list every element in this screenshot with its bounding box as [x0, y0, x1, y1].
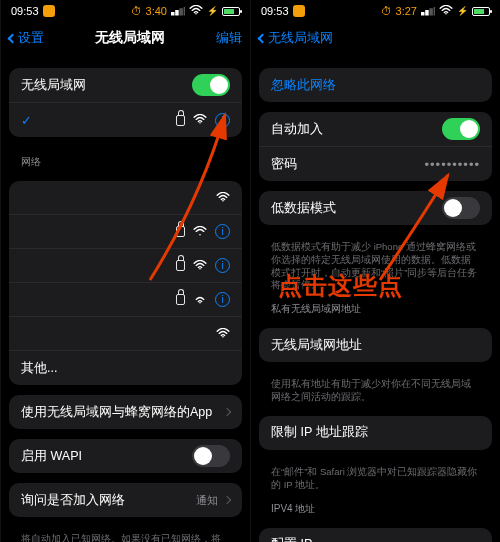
wifi-strength-icon: [193, 293, 207, 307]
password-label: 密码: [271, 156, 424, 173]
ask-value: 通知: [196, 493, 218, 508]
ask-label: 询问是否加入网络: [21, 492, 196, 509]
wifi-strength-icon: [193, 113, 207, 127]
network-row[interactable]: [9, 181, 242, 215]
auto-join-label: 自动加入: [271, 121, 442, 138]
lock-icon: [176, 294, 185, 305]
battery-icon: [472, 7, 490, 16]
wapi-row[interactable]: 启用 WAPI: [9, 439, 242, 473]
back-label: 无线局域网: [268, 29, 333, 47]
svg-point-7: [445, 13, 447, 15]
svg-point-1: [199, 122, 201, 124]
alarm-icon: [293, 5, 305, 17]
lock-icon: [176, 115, 185, 126]
page-title: 无线局域网: [44, 29, 216, 47]
status-timer: 3:40: [146, 5, 167, 17]
wifi-master-toggle[interactable]: [192, 74, 230, 96]
forget-label: 忽略此网络: [271, 77, 480, 94]
svg-point-2: [222, 199, 224, 201]
svg-point-3: [199, 233, 201, 235]
auto-join-toggle[interactable]: [442, 118, 480, 140]
wifi-strength-icon: [193, 225, 207, 239]
svg-point-6: [222, 335, 224, 337]
cell-signal-icon: [171, 7, 185, 16]
low-data-toggle[interactable]: [442, 197, 480, 219]
info-icon[interactable]: i: [215, 258, 230, 273]
info-icon[interactable]: i: [215, 224, 230, 239]
info-icon[interactable]: i: [215, 113, 230, 128]
timer-icon: ⏱: [381, 5, 392, 17]
limit-footer: 在“邮件”和 Safari 浏览器中对已知跟踪器隐藏你的 IP 地址。: [259, 460, 492, 494]
apps-label: 使用无线局域网与蜂窝网络的App: [21, 404, 224, 421]
other-label: 其他...: [21, 360, 230, 377]
chevron-right-icon: [223, 408, 231, 416]
private-addr-header: 私有无线局域网地址: [259, 294, 492, 318]
network-row[interactable]: i: [9, 215, 242, 249]
navbar: 无线局域网: [251, 22, 500, 54]
left-screen: 09:53 ⏱ 3:40 ⚡ 设置 无线局域网 编辑 无线局域网 ✓: [0, 0, 250, 542]
wifi-icon: [439, 5, 453, 17]
status-bar: 09:53 ⏱ 3:40 ⚡: [1, 0, 250, 22]
auto-join-row[interactable]: 自动加入: [259, 112, 492, 147]
edit-button[interactable]: 编辑: [216, 29, 242, 47]
status-time: 09:53: [11, 5, 39, 17]
wifi-master-label: 无线局域网: [21, 77, 192, 94]
lock-icon: [176, 226, 185, 237]
status-bar: 09:53 ⏱ 3:27 ⚡: [251, 0, 500, 22]
chevron-left-icon: [8, 33, 18, 43]
charge-icon: ⚡: [207, 6, 218, 16]
svg-point-0: [195, 13, 197, 15]
status-timer: 3:27: [396, 5, 417, 17]
chevron-right-icon: [223, 496, 231, 504]
networks-list: i i i: [9, 181, 242, 385]
config-ip-label: 配置 IP: [271, 536, 480, 543]
checkmark-icon: ✓: [21, 113, 32, 128]
wifi-master-row[interactable]: 无线局域网: [9, 68, 242, 103]
info-icon[interactable]: i: [215, 292, 230, 307]
back-button[interactable]: 无线局域网: [259, 29, 333, 47]
private-addr-footer: 使用私有地址有助于减少对你在不同无线局域网络之间活动的跟踪。: [259, 372, 492, 406]
alarm-icon: [43, 5, 55, 17]
status-time: 09:53: [261, 5, 289, 17]
svg-point-5: [199, 301, 201, 303]
low-data-label: 低数据模式: [271, 200, 442, 217]
back-label: 设置: [18, 29, 44, 47]
wlan-address-row[interactable]: 无线局域网地址: [259, 328, 492, 362]
low-data-row[interactable]: 低数据模式: [259, 191, 492, 225]
network-row[interactable]: i: [9, 249, 242, 283]
connected-network-row[interactable]: ✓ i: [9, 103, 242, 137]
lock-icon: [176, 260, 185, 271]
navbar: 设置 无线局域网 编辑: [1, 22, 250, 54]
timer-icon: ⏱: [131, 5, 142, 17]
right-screen: 09:53 ⏱ 3:27 ⚡ 无线局域网 忽略此网络 自动加入: [250, 0, 500, 542]
password-row[interactable]: 密码 ••••••••••: [259, 147, 492, 181]
svg-point-4: [199, 267, 201, 269]
ipv4-header: IPV4 地址: [259, 494, 492, 518]
charge-icon: ⚡: [457, 6, 468, 16]
network-row[interactable]: i: [9, 283, 242, 317]
wapi-label: 启用 WAPI: [21, 448, 192, 465]
wifi-icon: [189, 5, 203, 17]
wifi-strength-icon: [216, 327, 230, 341]
password-dots: ••••••••••: [424, 157, 480, 172]
back-button[interactable]: 设置: [9, 29, 44, 47]
ask-join-row[interactable]: 询问是否加入网络 通知: [9, 483, 242, 517]
battery-icon: [222, 7, 240, 16]
ask-footer-text: 将自动加入已知网络。如果没有已知网络，将通知您有可用网络。: [9, 527, 242, 542]
network-row[interactable]: [9, 317, 242, 351]
other-network-row[interactable]: 其他...: [9, 351, 242, 385]
low-data-footer: 低数据模式有助于减少 iPhone 通过蜂窝网络或你选择的特定无线局域网使用的数…: [259, 235, 492, 294]
forget-network-row[interactable]: 忽略此网络: [259, 68, 492, 102]
chevron-left-icon: [258, 33, 268, 43]
apps-using-wifi-row[interactable]: 使用无线局域网与蜂窝网络的App: [9, 395, 242, 429]
wifi-strength-icon: [193, 259, 207, 273]
limit-track-label: 限制 IP 地址跟踪: [271, 424, 480, 441]
limit-tracking-row[interactable]: 限制 IP 地址跟踪: [259, 416, 492, 450]
cell-signal-icon: [421, 7, 435, 16]
wifi-strength-icon: [216, 191, 230, 205]
wapi-toggle[interactable]: [192, 445, 230, 467]
wlan-address-label: 无线局域网地址: [271, 337, 480, 354]
networks-header: 网络: [9, 147, 242, 171]
config-ip-row[interactable]: 配置 IP: [259, 528, 492, 543]
